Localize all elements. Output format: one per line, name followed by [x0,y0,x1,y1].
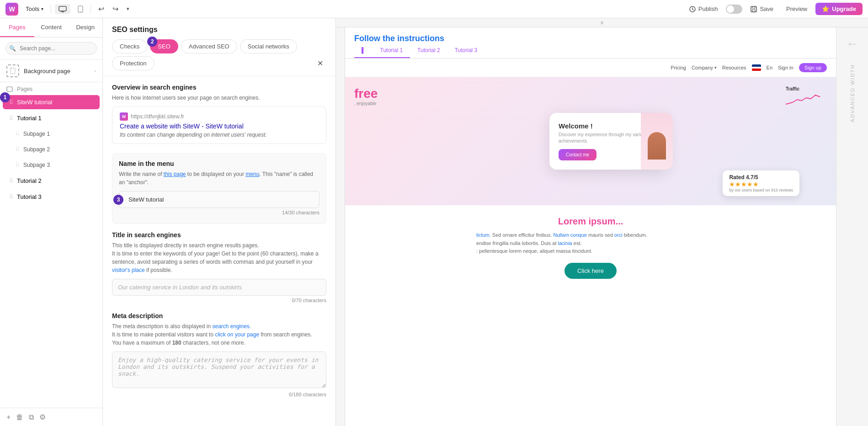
preview-nav: Pricing Company ▾ Resources En Sign in S… [345,59,836,77]
seo-overview-desc: Here is how internet users see your page… [112,94,326,102]
preview-free-label: free [354,86,378,101]
preview-nav-resources[interactable]: Resources [722,65,746,70]
ruler-left [336,27,345,426]
sitew-logo[interactable]: W [5,3,18,16]
mobile-device-btn[interactable] [74,4,87,15]
publish-button[interactable]: Publish [685,4,723,14]
svg-rect-4 [751,6,756,12]
preview-hero-section: free , enjoyable Traffic [345,77,836,205]
drag-handle-icon: ⠿ [9,99,13,106]
background-page-item[interactable]: Background page › [0,60,102,82]
tab-design[interactable]: Design [68,18,102,37]
sidebar-item-subpage-1[interactable]: ⠿ Subpage 1 [3,127,100,141]
seo-panel-close-btn[interactable]: ✕ [314,57,326,70]
svg-point-2 [80,11,81,12]
seo-title-title: Title in search engines [112,231,326,239]
drag-handle-icon: ⠿ [16,146,20,153]
delete-page-btn[interactable]: 🗑 [16,413,23,421]
tab-content[interactable]: Content [34,18,69,37]
preview-signup-btn[interactable]: Sign up [799,63,827,72]
drag-handle-icon: ⠿ [16,162,20,168]
seo-menu-name-section: Name in the menu Write the name of this … [112,153,326,224]
sidebar-item-tutorial-2[interactable]: ⠿ Tutorial 2 [3,174,100,188]
preview-tab-current[interactable]: ▌ [354,43,373,58]
sidebar-search-area: 🔍 [0,37,102,60]
sep-2 [91,5,91,14]
tools-menu[interactable]: Tools ▾ [22,4,47,14]
tab-pages[interactable]: Pages [0,18,34,37]
menu-link[interactable]: menu [245,171,259,177]
upgrade-button[interactable]: ⭐ Upgrade [815,3,863,15]
copy-page-btn[interactable]: ⧉ [29,413,34,421]
seo-meta-desc: The meta description is also displayed i… [112,322,326,347]
preview-tab-tutorial1[interactable]: Tutorial 1 [373,43,410,58]
canvas-content: Follow the instructions ▌ Tutorial 1 Tut… [336,27,868,426]
seo-tab-advanced[interactable]: Advanced SEO [181,39,237,53]
sitew-preview-logo: W [120,112,128,121]
right-panel-arrow-left: ← [846,37,859,51]
seo-panel-content: Overview in search engines Here is how i… [103,76,335,414]
preview-nav-pricing[interactable]: Pricing [671,65,686,70]
preview-person-img [641,113,673,170]
preview-signin-link[interactable]: Sign in [778,65,793,70]
desktop-device-btn[interactable] [55,4,70,14]
seo-tabs-row: Checks 2 SEO Advanced SEO Social network… [112,39,326,70]
page-name-subpage3: Subpage 3 [23,162,93,168]
menu-name-count-row: 14/30 characters [119,210,320,215]
page-name-tutorial2: Tutorial 2 [17,177,93,184]
page-search-input[interactable] [5,42,97,55]
history-dropdown-btn[interactable]: ▾ [123,3,133,15]
preview-tabs: ▌ Tutorial 1 Tutorial 2 Tutorial 3 [345,43,836,59]
sidebar-item-sitew-tutorial[interactable]: 1 ⠿ SiteW tutorial [3,95,100,109]
save-button[interactable]: Save [746,4,778,14]
settings-page-btn[interactable]: ⚙ [39,413,46,421]
seo-meta-char-count: 0/180 characters [289,392,326,397]
background-page-icon [6,64,19,77]
preview-flag-icon [752,64,761,71]
preview-button[interactable]: Preview [782,4,812,14]
seo-tab-social[interactable]: Social networks [240,39,297,53]
page-name-subpage1: Subpage 1 [23,131,93,137]
history-controls: ↩ ↪ ▾ [95,3,133,15]
menu-name-input[interactable] [119,191,320,208]
preview-nav-company[interactable]: Company ▾ [692,65,717,70]
seo-title-desc: This title is displayed directly in sear… [112,241,326,274]
tools-label: Tools [26,5,39,12]
toggle-knob [727,5,734,13]
seo-title-input[interactable] [112,279,326,296]
page-name-tutorial3: Tutorial 3 [17,193,93,200]
svg-rect-5 [11,68,15,74]
sidebar-item-tutorial-1[interactable]: ⠿ Tutorial 1 [3,111,100,125]
drag-handle-icon: ⠿ [9,115,13,122]
preview-tab-tutorial2[interactable]: Tutorial 2 [410,43,447,58]
preview-tab-tutorial3[interactable]: Tutorial 3 [447,43,485,58]
preview-click-here-btn[interactable]: Click here [564,263,617,279]
seo-title-char-count: 0/70 characters [292,298,326,303]
background-page-label: Background page [24,68,94,75]
seo-tab-checks[interactable]: Checks [112,39,147,53]
preview-rating-sub: by our users based on 915 reviews [729,188,793,192]
canvas-area: 0 Follow the instructions ▌ Tutorial 1 T… [336,18,868,426]
seo-tab-protection[interactable]: Protection [112,56,154,70]
seo-meta-textarea[interactable] [112,351,326,388]
undo-btn[interactable]: ↩ [95,3,108,15]
this-page-link[interactable]: this page [164,171,186,177]
search-wrap: 🔍 [5,42,97,55]
sidebar-item-tutorial-3[interactable]: ⠿ Tutorial 3 [3,190,100,204]
publish-toggle[interactable] [726,5,742,14]
redo-btn[interactable]: ↪ [109,3,122,15]
sidebar-item-subpage-3[interactable]: ⠿ Subpage 3 [3,158,100,172]
preview-card-cta-btn[interactable]: Contact me [559,149,596,160]
sep-1 [51,5,51,14]
step-3-badge: 3 [113,195,123,205]
upgrade-star-icon: ⭐ [822,5,829,12]
topbar: W Tools ▾ ↩ ↪ ▾ Publish Save Preview ⭐ U… [0,0,868,18]
seo-menu-name-desc: Write the name of this page to be displa… [119,170,320,186]
preview-follow-title: Follow the instructions [345,27,836,43]
add-page-btn[interactable]: + [6,413,11,421]
save-icon [751,6,757,12]
background-page-arrow: › [94,68,96,74]
sidebar-item-subpage-2[interactable]: ⠿ Subpage 2 [3,143,100,156]
seo-preview-url: https://dfvnjkkl.sitew.fr [131,113,184,120]
preview-lorem-section: Lorem ipsum... lictum. Sed ornare effici… [345,205,836,290]
